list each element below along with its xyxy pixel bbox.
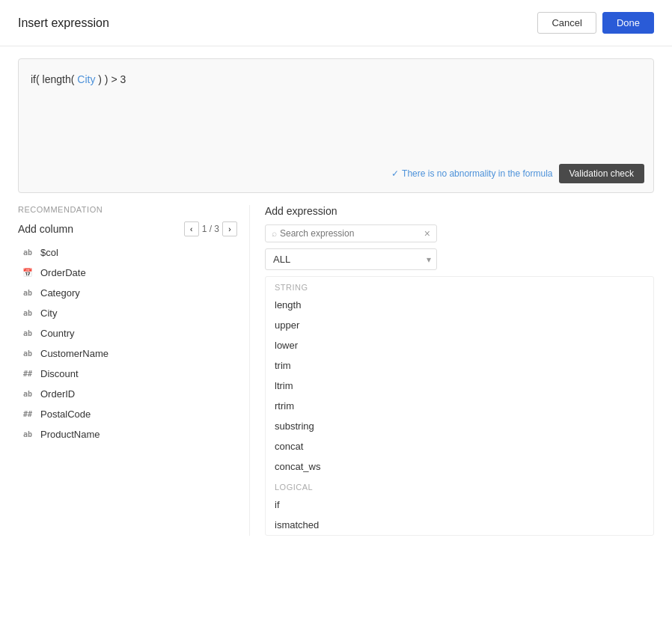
right-panel: Add expression ⌕ × ALLSTRINGLOGICALNUMER…	[250, 205, 654, 536]
column-type-icon: ab	[21, 349, 34, 358]
expression-category-label: STRING	[266, 277, 653, 295]
expression-list: STRINGlengthupperlowertrimltrimrtrimsubs…	[265, 276, 654, 536]
expression-item[interactable]: ltrim	[266, 376, 653, 396]
column-item[interactable]: abProductName	[18, 424, 237, 444]
expression-item[interactable]: trim	[266, 355, 653, 376]
formula-display: if( length( City ) ) > 3	[31, 71, 641, 88]
add-column-header: Add column ‹ 1 / 3 ›	[18, 221, 237, 236]
column-type-icon: ab	[21, 309, 34, 317]
expression-item[interactable]: concat	[266, 436, 653, 456]
column-name: CustomerName	[40, 348, 109, 359]
column-type-icon: ab	[21, 289, 34, 297]
expression-item[interactable]: lower	[266, 335, 653, 355]
search-icon: ⌕	[272, 228, 277, 239]
column-type-icon: ab	[21, 329, 34, 337]
pagination: ‹ 1 / 3 ›	[184, 221, 237, 236]
formula-if: if(	[31, 73, 40, 85]
prev-page-button[interactable]: ‹	[184, 221, 199, 236]
search-input[interactable]	[280, 228, 424, 239]
expression-item[interactable]: rtrim	[266, 396, 653, 416]
column-name: PostalCode	[40, 409, 91, 420]
filter-select[interactable]: ALLSTRINGLOGICALNUMERICDATE	[265, 248, 437, 270]
formula-field-city: City	[77, 73, 95, 85]
expression-item[interactable]: ismatched	[266, 515, 653, 535]
main-content: Recommendation Add column ‹ 1 / 3 › ab$c…	[0, 205, 672, 536]
column-item[interactable]: abCountry	[18, 323, 237, 343]
header: Insert expression Cancel Done	[0, 0, 672, 46]
page-indicator: 1 / 3	[202, 224, 219, 234]
column-item[interactable]: abCity	[18, 303, 237, 323]
column-item[interactable]: abCategory	[18, 283, 237, 303]
column-item[interactable]: ##PostalCode	[18, 404, 237, 424]
column-name: OrderDate	[40, 267, 86, 278]
column-item[interactable]: 📅OrderDate	[18, 263, 237, 283]
column-item[interactable]: ##Discount	[18, 364, 237, 384]
formula-editor[interactable]: if( length( City ) ) > 3 ✓ There is no a…	[18, 58, 654, 193]
column-name: Discount	[40, 368, 79, 379]
page-title: Insert expression	[18, 16, 109, 30]
column-name: Country	[40, 328, 75, 339]
validation-text: There is no abnormality in the formula	[402, 168, 552, 179]
cancel-button[interactable]: Cancel	[537, 12, 596, 34]
expression-item[interactable]: substring	[266, 416, 653, 436]
check-icon: ✓	[391, 168, 399, 179]
column-name: City	[40, 308, 57, 319]
expression-item[interactable]: if	[266, 495, 653, 515]
formula-length: length(	[43, 73, 75, 85]
recommendation-label: Recommendation	[18, 205, 237, 214]
expression-item[interactable]: length	[266, 295, 653, 315]
column-type-icon: ab	[21, 248, 34, 257]
column-name: $col	[40, 247, 58, 258]
expression-item[interactable]: upper	[266, 315, 653, 335]
add-column-title: Add column	[18, 223, 73, 235]
header-buttons: Cancel Done	[537, 12, 654, 34]
column-type-icon: ab	[21, 390, 34, 398]
column-item[interactable]: abOrderID	[18, 384, 237, 404]
add-expression-title: Add expression	[265, 205, 654, 217]
formula-footer: ✓ There is no abnormality in the formula…	[391, 164, 644, 183]
validation-message: ✓ There is no abnormality in the formula	[391, 168, 552, 179]
column-type-icon: ##	[21, 410, 34, 418]
filter-select-wrap: ALLSTRINGLOGICALNUMERICDATE	[265, 248, 437, 270]
column-type-icon: ##	[21, 370, 34, 378]
column-item[interactable]: abCustomerName	[18, 343, 237, 364]
validation-check-button[interactable]: Validation check	[559, 164, 645, 183]
column-type-icon: 📅	[21, 268, 34, 278]
column-name: Category	[40, 287, 80, 299]
expression-category-label: LOGICAL	[266, 477, 653, 495]
left-panel: Recommendation Add column ‹ 1 / 3 › ab$c…	[18, 205, 250, 536]
expression-item[interactable]: concat_ws	[266, 456, 653, 477]
column-list: ab$col📅OrderDateabCategoryabCityabCountr…	[18, 242, 237, 444]
column-name: ProductName	[40, 429, 100, 440]
formula-close: ) ) > 3	[98, 73, 126, 85]
column-item[interactable]: ab$col	[18, 242, 237, 263]
next-page-button[interactable]: ›	[222, 221, 237, 236]
column-name: OrderID	[40, 388, 75, 400]
clear-search-button[interactable]: ×	[424, 228, 430, 239]
column-type-icon: ab	[21, 430, 34, 438]
search-box: ⌕ ×	[265, 224, 437, 242]
done-button[interactable]: Done	[602, 12, 654, 34]
